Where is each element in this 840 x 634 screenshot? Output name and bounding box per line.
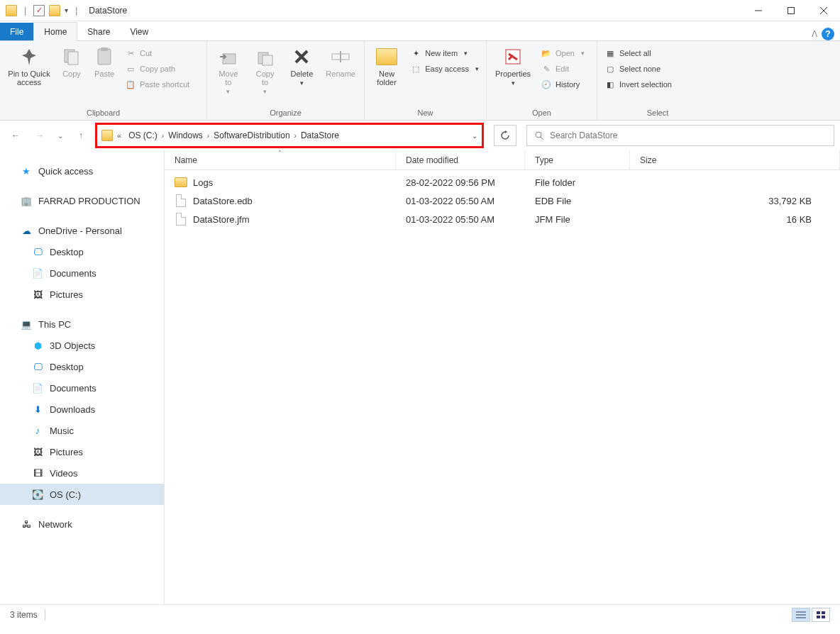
sidebar-item-desktop[interactable]: 🖵Desktop: [0, 241, 164, 262]
paste-shortcut-button[interactable]: 📋Paste shortcut: [122, 77, 192, 92]
breadcrumb-segment[interactable]: OS (C:): [126, 129, 160, 142]
column-header-date[interactable]: Date modified: [396, 150, 525, 169]
refresh-button[interactable]: [494, 125, 516, 146]
large-icons-view-button[interactable]: [812, 608, 830, 622]
recent-locations-button[interactable]: ⌄: [54, 126, 67, 145]
move-to-button[interactable]: Move to▾: [211, 44, 245, 96]
help-icon[interactable]: ?: [822, 28, 834, 40]
sidebar-item-3d-objects[interactable]: ⬢3D Objects: [0, 335, 164, 356]
easy-access-button[interactable]: ⬚Easy access ▾: [407, 61, 482, 77]
svg-rect-6: [98, 49, 111, 65]
invert-selection-button[interactable]: ◧Invert selection: [602, 77, 675, 92]
new-folder-button[interactable]: New folder: [369, 44, 404, 88]
search-icon: [534, 130, 544, 140]
svg-line-17: [541, 137, 543, 140]
file-list-pane: ˄Name Date modified Type Size Logs28-02-…: [165, 150, 840, 604]
navigation-bar: ← → ⌄ ↑ « OS (C:)› Windows› SoftwareDist…: [0, 121, 840, 150]
svg-rect-10: [262, 55, 272, 65]
details-view-button[interactable]: [792, 608, 810, 622]
sidebar-item-music[interactable]: ♪Music: [0, 420, 164, 441]
overflow-chevron-icon[interactable]: «: [114, 131, 124, 140]
sidebar-item-os-c[interactable]: 💽OS (C:): [0, 484, 164, 505]
rename-button[interactable]: Rename: [321, 44, 360, 79]
sort-asc-icon: ˄: [278, 150, 282, 157]
minimize-button[interactable]: [742, 0, 775, 21]
breadcrumb-segment[interactable]: DataStore: [298, 129, 342, 142]
sidebar-item-videos[interactable]: 🎞Videos: [0, 462, 164, 484]
tab-home[interactable]: Home: [33, 22, 77, 41]
file-row[interactable]: Logs28-02-2022 09:56 PMFile folder: [165, 173, 840, 191]
tab-file[interactable]: File: [0, 23, 33, 40]
sidebar-item-onedrive[interactable]: ☁OneDrive - Personal: [0, 220, 164, 241]
copy-path-icon: ▭: [125, 63, 136, 74]
chevron-right-icon[interactable]: ›: [162, 132, 164, 140]
copy-to-icon: [254, 45, 277, 68]
sidebar-item-network[interactable]: 🖧Network: [0, 513, 164, 535]
svg-rect-1: [788, 7, 795, 13]
edit-icon: ✎: [541, 63, 552, 74]
desktop-icon: 🖵: [31, 361, 44, 372]
drive-icon: 💽: [31, 489, 44, 500]
search-input[interactable]: Search DataStore: [526, 125, 834, 146]
status-item-count: 3 items: [10, 610, 38, 620]
sidebar-item-quick-access[interactable]: ★Quick access: [0, 160, 164, 182]
copy-path-button[interactable]: ▭Copy path: [122, 61, 192, 77]
file-icon: [176, 194, 186, 207]
collapse-ribbon-icon[interactable]: ᐱ: [812, 29, 817, 39]
sidebar-item-documents[interactable]: 📄Documents: [0, 262, 164, 284]
sidebar-item-desktop[interactable]: 🖵Desktop: [0, 356, 164, 377]
up-button[interactable]: ↑: [71, 126, 91, 145]
sidebar-item-pictures[interactable]: 🖼Pictures: [0, 284, 164, 305]
sidebar-item-downloads[interactable]: ⬇Downloads: [0, 399, 164, 420]
copy-to-button[interactable]: Copy to▾: [248, 44, 282, 96]
forward-button[interactable]: →: [30, 126, 50, 145]
sidebar-item-this-pc[interactable]: 💻This PC: [0, 313, 164, 335]
column-header-size[interactable]: Size: [630, 150, 840, 169]
sidebar-item-pictures[interactable]: 🖼Pictures: [0, 441, 164, 462]
column-header-type[interactable]: Type: [525, 150, 630, 169]
maximize-button[interactable]: [775, 0, 807, 21]
new-item-button[interactable]: ✦New item ▾: [407, 45, 482, 61]
svg-rect-22: [822, 611, 825, 614]
pc-icon: 💻: [20, 318, 33, 330]
qat-checkbox-icon[interactable]: ✓: [33, 5, 45, 16]
new-item-icon: ✦: [410, 48, 421, 59]
address-bar[interactable]: « OS (C:)› Windows› SoftwareDistribution…: [95, 123, 484, 148]
separator: |: [21, 6, 29, 16]
select-all-button[interactable]: ▦Select all: [602, 45, 675, 61]
folder-icon: [6, 5, 17, 16]
chevron-right-icon[interactable]: ›: [207, 132, 209, 140]
svg-rect-5: [68, 52, 78, 65]
file-row[interactable]: DataStore.edb01-03-2022 05:50 AMEDB File…: [165, 191, 840, 210]
history-button[interactable]: 🕘History: [538, 77, 587, 92]
navigation-pane: ★Quick access 🏢FARRAD PRODUCTION ☁OneDri…: [0, 150, 165, 604]
delete-button[interactable]: Delete▾: [285, 44, 319, 88]
tab-view[interactable]: View: [120, 23, 158, 40]
properties-button[interactable]: Properties▾: [491, 44, 535, 88]
copy-button[interactable]: Copy: [57, 44, 87, 79]
breadcrumb-segment[interactable]: Windows: [165, 129, 206, 142]
column-header-name[interactable]: ˄Name: [165, 150, 396, 169]
sidebar-item-documents[interactable]: 📄Documents: [0, 377, 164, 399]
file-row[interactable]: DataStore.jfm01-03-2022 05:50 AMJFM File…: [165, 210, 840, 228]
pin-to-quick-access-button[interactable]: Pin to Quick access: [4, 44, 54, 88]
sidebar-item-farrad[interactable]: 🏢FARRAD PRODUCTION: [0, 190, 164, 211]
cut-button[interactable]: ✂Cut: [122, 45, 192, 61]
address-dropdown-icon[interactable]: ⌄: [472, 132, 477, 140]
select-none-button[interactable]: ▢Select none: [602, 61, 675, 77]
breadcrumb-segment[interactable]: SoftwareDistribution: [211, 129, 292, 142]
paste-button[interactable]: Paste: [89, 44, 119, 79]
edit-button[interactable]: ✎Edit: [538, 61, 587, 77]
documents-icon: 📄: [31, 382, 44, 394]
qat-dropdown-icon[interactable]: ▾: [65, 6, 68, 14]
status-bar: 3 items: [0, 604, 840, 624]
close-button[interactable]: [807, 0, 840, 21]
paste-shortcut-icon: 📋: [125, 79, 136, 90]
folder-icon: [175, 177, 187, 187]
desktop-icon: 🖵: [31, 246, 44, 257]
rename-icon: [329, 45, 352, 68]
open-button[interactable]: 📂Open ▾: [538, 45, 587, 61]
chevron-right-icon[interactable]: ›: [294, 132, 297, 140]
tab-share[interactable]: Share: [77, 23, 120, 40]
back-button[interactable]: ←: [6, 126, 26, 145]
